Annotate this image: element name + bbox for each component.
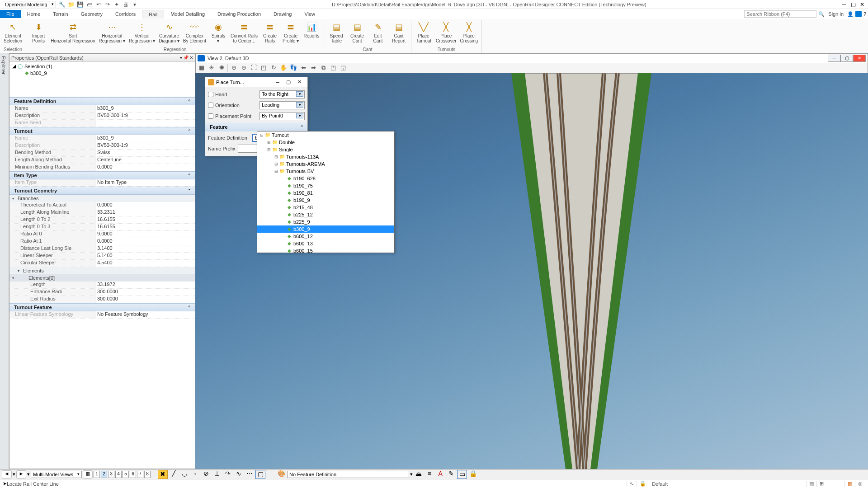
tool-more2[interactable]: ⋯ (245, 470, 255, 479)
tool-annotate[interactable]: ✎ (446, 470, 456, 479)
tool-terrain[interactable]: ⛰ (414, 470, 424, 479)
sub-head[interactable]: Branches (9, 195, 195, 202)
tree-node-b600-13[interactable]: ◆b600_13 (257, 240, 394, 247)
menu-rail[interactable]: Rail (142, 10, 164, 19)
dialog-max-button[interactable]: ▢ (283, 79, 294, 85)
more-icon[interactable]: ▾ (131, 1, 138, 8)
prop-value[interactable]: 0.0000 (95, 238, 195, 245)
ribbon-btn-convert-rails[interactable]: 〓Convert Railsto Center... (230, 20, 259, 44)
help-icon[interactable]: ? (862, 11, 868, 17)
fit-icon[interactable]: ⛶ (250, 64, 258, 72)
view-prev-icon[interactable]: ⬅ (299, 64, 307, 72)
tree-node-b600-12[interactable]: ◆b600_12 (257, 233, 394, 240)
prop-value[interactable]: 4.5400 (95, 260, 195, 267)
redo-icon[interactable]: ↷ (104, 1, 111, 8)
prop-value[interactable]: 16.6155 (95, 216, 195, 223)
pin-icon[interactable]: 📌 (183, 55, 189, 60)
prop-value[interactable]: b300_9 (95, 105, 195, 112)
feature-definition-tree[interactable]: ⊟📁Turnout⊞📁Double⊟📁Single⊞📁Turnouts-113A… (257, 131, 395, 253)
menu-home[interactable]: Home (21, 10, 47, 19)
view-5[interactable]: 5 (123, 471, 129, 478)
maximize-button[interactable]: ▢ (849, 1, 857, 8)
prop-value[interactable]: BV50-300-1:9 (95, 142, 195, 149)
ribbon-search-input[interactable] (744, 10, 816, 18)
ribbon-btn-complex[interactable]: 〰ComplexBy Element (182, 20, 207, 44)
open-icon[interactable]: 📁 (68, 1, 75, 8)
saveall-icon[interactable]: 🗃 (86, 1, 93, 8)
scale-icon[interactable]: ▤ (806, 481, 816, 487)
section-head[interactable]: Turnout Geometry (9, 187, 195, 195)
lock-icon[interactable]: 🔒 (468, 470, 478, 479)
prop-value[interactable]: No Feature Symbology (95, 311, 195, 318)
walk-icon[interactable]: 👣 (289, 64, 297, 72)
tree-node-b190-9[interactable]: ◆b190_9 (257, 197, 394, 204)
ribbon-btn-edit[interactable]: ✎EditCant (368, 20, 387, 44)
tool-icon[interactable]: 🔧 (59, 1, 66, 8)
arrange-button[interactable]: ▦ (83, 470, 93, 479)
tool-point[interactable]: ◦ (190, 470, 200, 479)
display-style-icon[interactable]: ☀ (208, 64, 216, 72)
tool-layers[interactable]: ≡ (425, 470, 434, 479)
tree-node-single[interactable]: ⊟📁Single (257, 146, 394, 153)
view-8[interactable]: 8 (144, 471, 151, 478)
snap2-icon[interactable]: ◎ (855, 481, 865, 487)
file-menu[interactable]: File (0, 10, 21, 18)
close-button[interactable]: ✕ (858, 1, 866, 8)
view-4[interactable]: 4 (115, 471, 122, 478)
orient-checkbox[interactable] (208, 103, 213, 108)
menu-view[interactable]: View (298, 10, 321, 19)
ribbon-btn-curvature[interactable]: ∿CurvatureDiagram ▾ (158, 20, 180, 44)
hand-dropdown[interactable]: To the Right (259, 90, 305, 99)
ribbon-btn-place[interactable]: ╲╱PlaceTurnout (414, 20, 433, 44)
tree-node-b600-15[interactable]: ◆b600_15 (257, 247, 394, 253)
view-7[interactable]: 7 (137, 471, 143, 478)
selection-node[interactable]: ◢◯Selection (1) (12, 63, 192, 70)
minimize-button[interactable]: ─ (840, 1, 848, 8)
nav-fwd-menu[interactable]: ▾ (27, 471, 30, 477)
dim-icon[interactable]: ⊞ (816, 481, 826, 487)
view-2[interactable]: 2 (101, 471, 107, 478)
feature-section-header[interactable]: Feature (205, 122, 307, 131)
menu-terrain[interactable]: Terrain (47, 10, 75, 19)
ribbon-btn-vertical[interactable]: ⋮VerticalRegression ▾ (128, 20, 156, 44)
ribbon-btn-place[interactable]: ╳PlaceCrossover (435, 20, 458, 44)
pp-checkbox[interactable] (208, 113, 213, 119)
sub-head[interactable]: Elements (9, 267, 195, 274)
default-label[interactable]: Default (649, 481, 670, 487)
prop-value[interactable]: 3.1400 (95, 245, 195, 252)
section-head[interactable]: Turnout (9, 127, 195, 135)
ribbon-btn-create[interactable]: 〓CreateProfile ▾ (281, 20, 300, 44)
view-max-button[interactable]: ▢ (840, 55, 853, 62)
rotate-icon[interactable]: ↻ (269, 64, 278, 72)
tree-node-turnouts-arema[interactable]: ⊞📁Turnouts-AREMA (257, 160, 394, 168)
window-area-icon[interactable]: ◰ (259, 64, 268, 72)
print-icon[interactable]: 🖨 (122, 1, 129, 8)
prop-value[interactable]: 300.0000 (95, 289, 195, 296)
tool-tangent[interactable]: ⊘ (201, 470, 211, 479)
tool-offset[interactable]: ↷ (223, 470, 233, 479)
ribbon-btn-create[interactable]: ▤CreateCant (348, 20, 367, 44)
sub-head[interactable]: Elements[0] (9, 274, 195, 282)
section-head[interactable]: Turnout Feature (9, 303, 195, 311)
ribbon-btn-reports[interactable]: 📊Reports (302, 20, 321, 39)
ribbon-btn-create[interactable]: 〓CreateRails (260, 20, 279, 44)
explorer-tab-collapsed[interactable]: Explorer (0, 53, 9, 469)
prop-value[interactable] (95, 120, 195, 127)
section-head[interactable]: Item Type (9, 171, 195, 179)
prop-value[interactable]: b300_9 (95, 135, 195, 142)
prop-value[interactable]: 5.1400 (95, 253, 195, 259)
tree-node-b225-12[interactable]: ◆b225_12 (257, 211, 394, 218)
view-close-button[interactable]: ✕ (853, 55, 866, 62)
tool-arc[interactable]: ◡ (179, 470, 189, 479)
prop-value[interactable]: 16.6155 (95, 224, 195, 230)
snap-icon[interactable]: ∿ (627, 481, 637, 487)
menu-corridors[interactable]: Corridors (109, 10, 142, 19)
grid-icon[interactable]: ▦ (844, 481, 855, 487)
copy-view-icon[interactable]: ⧉ (319, 64, 327, 72)
prop-value[interactable]: BV50-300-1:9 (95, 113, 195, 119)
tool-line[interactable]: ╱ (169, 470, 179, 479)
tree-node-b300-9[interactable]: ◆b300_9 (257, 225, 394, 233)
tree-node-turnouts-bv[interactable]: ⊟📁Turnouts-BV (257, 168, 394, 175)
undo-icon[interactable]: ↶ (95, 1, 102, 8)
view-attr-icon[interactable]: ▦ (198, 64, 206, 72)
